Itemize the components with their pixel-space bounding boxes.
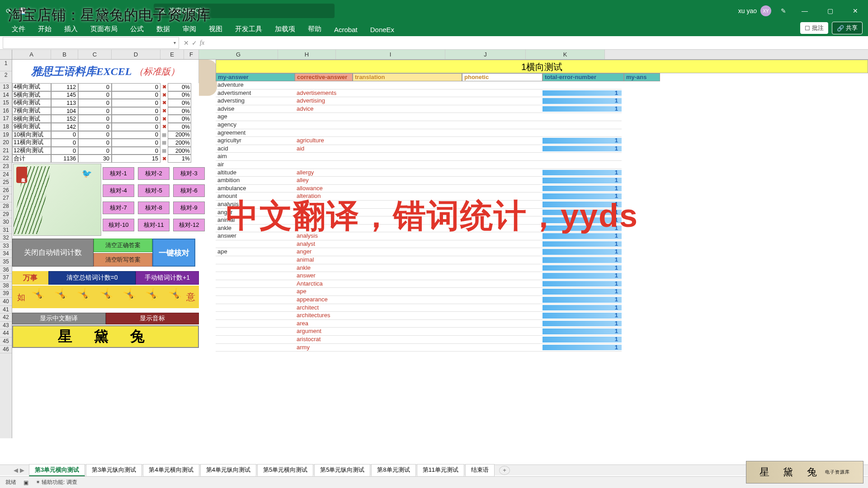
cell-error-count[interactable]: 1: [542, 296, 622, 304]
check-button-2[interactable]: 核对-2: [138, 167, 170, 180]
cell[interactable]: 0: [78, 139, 112, 147]
cell-error-count[interactable]: 1: [542, 336, 622, 344]
cell-my-answer[interactable]: [216, 304, 295, 312]
cell-corrective[interactable]: advice: [295, 105, 353, 113]
data-row[interactable]: aim: [216, 153, 868, 161]
cell-my-answer[interactable]: altitude: [216, 169, 295, 177]
row-header[interactable]: 27: [0, 194, 12, 202]
row-header[interactable]: 28: [0, 202, 12, 211]
cell[interactable]: 0: [112, 123, 160, 131]
cell-error-count[interactable]: 1: [542, 145, 622, 153]
cell[interactable]: 7横向测试: [12, 107, 51, 115]
cell[interactable]: 30: [78, 155, 112, 163]
cell[interactable]: 145: [51, 91, 78, 99]
cell-my-answer[interactable]: agricultyr: [216, 137, 295, 145]
user-menu[interactable]: xu yao XY: [738, 5, 771, 16]
cell-phonetic[interactable]: [462, 288, 542, 296]
stats-row[interactable]: 合计 1136 30 15 ✖ 1%: [12, 155, 199, 163]
row-header[interactable]: 1: [0, 60, 12, 71]
column-header-d[interactable]: D: [112, 50, 160, 59]
cell-phonetic[interactable]: [462, 169, 542, 177]
cell-my-answer[interactable]: adversting: [216, 97, 295, 105]
cell-error-count[interactable]: 1: [542, 328, 622, 336]
cell[interactable]: 0: [112, 131, 160, 139]
cell-phonetic[interactable]: [462, 264, 542, 272]
cell-translation[interactable]: [353, 113, 462, 121]
cell-my-answer[interactable]: [216, 280, 295, 288]
row-header[interactable]: 24: [0, 171, 12, 179]
cell-error-count[interactable]: 1: [542, 304, 622, 312]
cell[interactable]: 0%: [168, 91, 191, 99]
cell-corrective[interactable]: architect: [295, 304, 353, 312]
cell[interactable]: 104: [51, 107, 78, 115]
stats-row[interactable]: 4横向测试 112 0 0 ✖ 0%: [12, 83, 199, 91]
data-row[interactable]: advertisment advertisements 1: [216, 89, 868, 98]
cell-phonetic[interactable]: [462, 105, 542, 113]
show-phonetic-button[interactable]: 显示音标: [106, 313, 199, 324]
fx-icon[interactable]: fx: [200, 39, 204, 47]
stats-row[interactable]: 11横向测试 0 0 0 ▦ 200%: [12, 139, 199, 147]
cell[interactable]: 0: [78, 115, 112, 123]
cell-corrective[interactable]: advertisements: [295, 89, 353, 98]
cell-error-count[interactable]: 1: [542, 280, 622, 288]
cell[interactable]: 0%: [168, 107, 191, 115]
cell-phonetic[interactable]: [462, 177, 542, 185]
column-header-a[interactable]: A: [12, 50, 51, 59]
cell-error-count[interactable]: [542, 81, 622, 89]
cell[interactable]: 0: [78, 131, 112, 139]
show-translation-button[interactable]: 显示中文翻译: [12, 313, 106, 324]
row-header[interactable]: 25: [0, 178, 12, 187]
cell[interactable]: 200%: [168, 139, 191, 147]
cell-phonetic[interactable]: [462, 312, 542, 320]
check-button-12[interactable]: 核对-12: [173, 219, 205, 231]
cell-my-answer[interactable]: advertisment: [216, 89, 295, 98]
sheet-tab[interactable]: 第4单元纵向测试: [200, 464, 256, 476]
cell-error-count[interactable]: 1: [542, 256, 622, 264]
cell[interactable]: 0: [78, 83, 112, 91]
cell-my-answer[interactable]: agreement: [216, 129, 295, 137]
data-row[interactable]: age: [216, 113, 868, 121]
cell-my-answer[interactable]: [216, 296, 295, 304]
cell-my-answer[interactable]: advise: [216, 105, 295, 113]
row-header[interactable]: 2: [0, 71, 12, 83]
confirm-icon[interactable]: ✓: [192, 39, 197, 47]
cell-error-count[interactable]: 1: [542, 169, 622, 177]
onekey-check-button[interactable]: 一键核对: [152, 239, 195, 267]
cell-corrective[interactable]: Antarctica: [295, 280, 353, 288]
cell-translation[interactable]: [353, 336, 462, 344]
cell-my-answer[interactable]: agency: [216, 121, 295, 129]
cell-corrective[interactable]: anger: [295, 248, 353, 256]
cell-error-count[interactable]: 1: [542, 97, 622, 105]
cell-corrective[interactable]: army: [295, 344, 353, 352]
cell-translation[interactable]: [353, 89, 462, 98]
stats-row[interactable]: 6横向测试 113 0 0 ✖ 0%: [12, 99, 199, 107]
data-row[interactable]: agricultyr agriculture 1: [216, 137, 868, 145]
cell-corrective[interactable]: appearance: [295, 296, 353, 304]
cell[interactable]: 1136: [51, 155, 78, 163]
cell[interactable]: 0: [112, 99, 160, 107]
cell-translation[interactable]: [353, 185, 462, 193]
cell-corrective[interactable]: aid: [295, 145, 353, 153]
cell-corrective[interactable]: agriculture: [295, 137, 353, 145]
cell[interactable]: 6横向测试: [12, 99, 51, 107]
row-header[interactable]: 29: [0, 211, 12, 219]
cell[interactable]: 200%: [168, 131, 191, 139]
cell-error-count[interactable]: [542, 113, 622, 121]
cell-phonetic[interactable]: [462, 185, 542, 193]
cell-phonetic[interactable]: [462, 89, 542, 98]
select-all-corner[interactable]: [0, 50, 12, 59]
data-row[interactable]: acid aid 1: [216, 145, 868, 153]
cell-translation[interactable]: [353, 169, 462, 177]
tab-developer[interactable]: 开发工具: [229, 22, 269, 36]
cell-corrective[interactable]: [295, 113, 353, 121]
cell-corrective[interactable]: ankle: [295, 264, 353, 272]
column-header-g[interactable]: G: [199, 50, 278, 59]
cell[interactable]: 8横向测试: [12, 115, 51, 123]
cell[interactable]: 0%: [168, 99, 191, 107]
cell-corrective[interactable]: alley: [295, 177, 353, 185]
stats-row[interactable]: 10横向测试 0 0 0 ▦ 200%: [12, 131, 199, 139]
cell-my-answer[interactable]: [216, 264, 295, 272]
cell[interactable]: 0: [112, 147, 160, 155]
data-row[interactable]: architect 1: [216, 304, 868, 312]
cell-my-answer[interactable]: acid: [216, 145, 295, 153]
